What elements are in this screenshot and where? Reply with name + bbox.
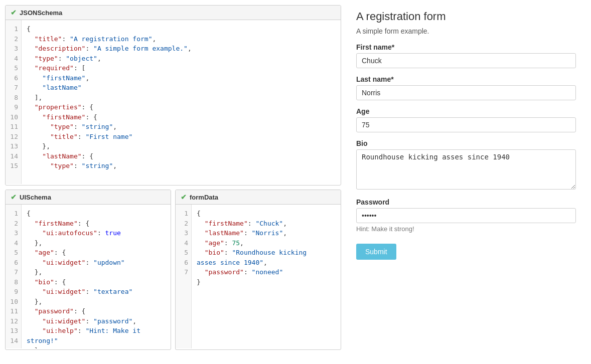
formdata-code[interactable]: { "firstName": "Chuck", "lastName": "Nor… [192, 205, 341, 348]
age-label: Age [356, 107, 576, 115]
last-name-label: Last name* [356, 75, 576, 83]
uischema-panel: ✔ UISchema 1234567891011121314 { "firstN… [5, 190, 171, 350]
age-group: Age [356, 107, 576, 132]
form-description: A simple form example. [356, 27, 576, 35]
bio-label: Bio [356, 139, 576, 147]
uischema-code[interactable]: { "firstName": { "ui:autofocus": true },… [22, 205, 171, 348]
jsonschema-title: JSONSchema [20, 9, 62, 17]
password-input[interactable] [356, 208, 576, 223]
last-name-group: Last name* [356, 75, 576, 100]
age-input[interactable] [356, 117, 576, 132]
jsonschema-header: ✔ JSONSchema [6, 6, 341, 20]
left-panel: ✔ JSONSchema 123456789101112131415 { "ti… [5, 5, 341, 359]
password-group: Password Hint: Make it strong! [356, 198, 576, 233]
password-hint: Hint: Make it strong! [356, 225, 576, 233]
bio-textarea[interactable]: Roundhouse kicking asses since 1940 [356, 149, 576, 190]
first-name-group: First name* [356, 43, 576, 68]
ui-line-numbers: 1234567891011121314 [6, 205, 22, 348]
check-icon-ui: ✔ [11, 193, 17, 201]
fd-line-numbers: 1234567 [176, 205, 192, 348]
check-icon: ✔ [11, 9, 17, 17]
bottom-panels: ✔ UISchema 1234567891011121314 { "firstN… [5, 190, 341, 350]
formdata-title: formData [190, 194, 218, 201]
last-name-input[interactable] [356, 85, 576, 100]
jsonschema-panel: ✔ JSONSchema 123456789101112131415 { "ti… [5, 5, 341, 186]
submit-button[interactable]: Submit [356, 244, 396, 260]
right-panel: A registration form A simple form exampl… [346, 5, 586, 359]
formdata-panel: ✔ formData 1234567 { "firstName": "Chuck… [175, 190, 341, 350]
form-title: A registration form [356, 10, 576, 23]
jsonschema-code[interactable]: { "title": "A registration form", "descr… [22, 20, 341, 184]
uischema-title: UISchema [20, 194, 51, 201]
bio-group: Bio Roundhouse kicking asses since 1940 [356, 139, 576, 191]
first-name-label: First name* [356, 43, 576, 51]
line-numbers: 123456789101112131415 [6, 20, 22, 184]
password-label: Password [356, 198, 576, 206]
formdata-header: ✔ formData [176, 190, 341, 205]
first-name-input[interactable] [356, 53, 576, 68]
check-icon-fd: ✔ [181, 193, 187, 201]
uischema-header: ✔ UISchema [6, 190, 171, 205]
